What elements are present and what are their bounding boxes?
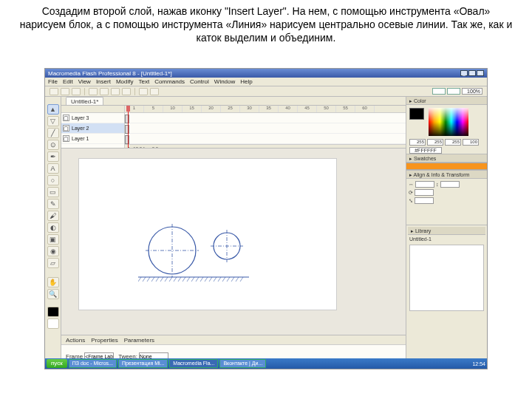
b-field[interactable]: 255 <box>445 139 461 146</box>
fill-color[interactable] <box>47 318 59 329</box>
menu-edit[interactable]: Edit <box>63 78 73 85</box>
tab-untitled[interactable]: Untitled-1* <box>66 97 103 105</box>
zoom-tool[interactable]: 🔍 <box>47 289 59 299</box>
svg-line-10 <box>151 277 154 282</box>
paste-button[interactable] <box>122 88 131 95</box>
properties-tab[interactable]: Properties <box>91 337 117 344</box>
print-button[interactable] <box>89 88 98 95</box>
minimize-button[interactable]: _ <box>460 70 468 76</box>
svg-line-13 <box>165 277 168 282</box>
start-button[interactable]: пуск <box>47 359 67 368</box>
svg-line-16 <box>178 277 181 282</box>
menu-file[interactable]: File <box>48 78 58 85</box>
library-preview <box>409 245 484 311</box>
playhead[interactable] <box>128 106 129 148</box>
task-item[interactable]: Macromedia Fla... <box>169 359 218 368</box>
menu-help[interactable]: Help <box>240 78 252 85</box>
task-item[interactable]: ПЗ doc - Micros... <box>69 359 117 368</box>
svg-line-19 <box>191 277 194 282</box>
oval-tool[interactable]: ○ <box>47 175 59 185</box>
copy-button[interactable] <box>111 88 120 95</box>
r-field[interactable]: 255 <box>409 139 426 146</box>
close-button[interactable]: × <box>477 70 484 76</box>
redo-button[interactable] <box>150 88 159 95</box>
menu-modify[interactable]: Modify <box>116 78 134 85</box>
window-title: Macromedia Flash Professional 8 - [Untit… <box>48 70 172 77</box>
stroke-swatch[interactable] <box>409 108 424 120</box>
stage-area[interactable] <box>61 149 406 335</box>
right-panels: ▸ Color 255 255 255 100 #FFFFFF <box>406 97 487 369</box>
line-tool[interactable]: ╱ <box>47 128 59 138</box>
task-item[interactable]: Вконтакте | Ди... <box>219 359 266 368</box>
text-tool[interactable]: A <box>47 163 59 174</box>
svg-line-30 <box>240 277 243 282</box>
eraser-tool[interactable]: ▱ <box>47 258 59 268</box>
svg-line-15 <box>174 277 177 282</box>
selection-tool[interactable]: ▲ <box>47 104 59 115</box>
task-item[interactable]: Презентация Mi... <box>118 359 168 368</box>
menu-commands[interactable]: Commands <box>154 78 185 85</box>
svg-line-28 <box>231 277 234 282</box>
open-button[interactable] <box>61 88 69 95</box>
svg-line-12 <box>160 277 163 282</box>
maximize-button[interactable]: □ <box>468 70 476 76</box>
height-field[interactable] <box>440 181 460 188</box>
g-field[interactable]: 255 <box>427 139 443 146</box>
menubar: File Edit View Insert Modify Text Comman… <box>45 78 487 86</box>
brush-tool[interactable]: 🖌 <box>47 211 59 221</box>
svg-line-23 <box>209 277 212 282</box>
alpha-field[interactable]: 100 <box>463 139 479 146</box>
menu-window[interactable]: Window <box>214 78 235 85</box>
document-tabs: Untitled-1* <box>61 97 406 106</box>
titlebar: Macromedia Flash Professional 8 - [Untit… <box>45 69 487 78</box>
actions-tab[interactable]: Actions <box>66 337 85 344</box>
lasso-tool[interactable]: ⊙ <box>47 140 59 150</box>
color-picker[interactable] <box>429 108 468 136</box>
undo-button[interactable] <box>139 88 148 95</box>
library-header[interactable]: ▸ Library <box>408 227 485 235</box>
swatches-header[interactable]: ▸ Swatches <box>406 154 487 163</box>
timeline-footer: 1 12.0 fps 0.0s <box>125 144 406 148</box>
timeline-panel: ▢ Layer 3 ▢ Layer 2 ▢ Layer 1 <box>61 106 406 149</box>
menu-insert[interactable]: Insert <box>96 78 111 85</box>
svg-line-11 <box>156 277 159 282</box>
swatch-sample[interactable] <box>406 163 487 170</box>
menu-text[interactable]: Text <box>138 78 149 85</box>
save-button[interactable] <box>72 88 81 95</box>
layer-row[interactable]: ▢ Layer 3 <box>61 113 124 123</box>
system-tray[interactable]: 12:54 <box>472 361 485 366</box>
width-field[interactable] <box>415 181 434 188</box>
flash-app-window: Macromedia Flash Professional 8 - [Untit… <box>44 68 488 369</box>
show-all-button[interactable] <box>447 88 460 95</box>
layer-name: Layer 3 <box>72 115 89 120</box>
new-button[interactable] <box>50 88 58 95</box>
skew-field[interactable] <box>415 197 434 204</box>
bucket-tool[interactable]: ▣ <box>47 234 59 245</box>
zoom-field[interactable]: 100% <box>462 88 482 95</box>
stroke-color[interactable] <box>47 307 59 317</box>
fit-button[interactable] <box>432 88 446 95</box>
menu-view[interactable]: View <box>78 78 91 85</box>
layer-row[interactable]: ▢ Layer 2 <box>61 123 124 134</box>
ink-tool[interactable]: ◐ <box>47 222 59 233</box>
hand-tool[interactable]: ✋ <box>47 277 59 287</box>
pencil-tool[interactable]: ✎ <box>47 199 59 209</box>
stage[interactable] <box>79 159 336 310</box>
parameters-tab[interactable]: Parameters <box>124 337 154 344</box>
layer-name: Layer 1 <box>72 136 89 141</box>
rect-tool[interactable]: ▭ <box>47 187 59 197</box>
subselect-tool[interactable]: ▽ <box>47 116 59 126</box>
svg-line-8 <box>143 277 146 282</box>
frames-area[interactable]: 1 5 10 15 20 25 30 35 40 45 50 55 <box>125 106 406 148</box>
svg-line-27 <box>227 277 230 282</box>
color-panel-header[interactable]: ▸ Color <box>406 97 487 105</box>
layer-row[interactable]: ▢ Layer 1 <box>61 134 124 144</box>
cut-button[interactable] <box>100 88 109 95</box>
menu-control[interactable]: Control <box>190 78 209 85</box>
transform-header[interactable]: ▸ Align & Info & Transform <box>406 171 487 179</box>
rotate-field[interactable] <box>415 189 434 196</box>
drawing-content <box>138 219 286 293</box>
pen-tool[interactable]: ✒ <box>47 151 59 162</box>
hex-field[interactable]: #FFFFFF <box>409 147 442 154</box>
eyedrop-tool[interactable]: ◉ <box>47 246 59 256</box>
